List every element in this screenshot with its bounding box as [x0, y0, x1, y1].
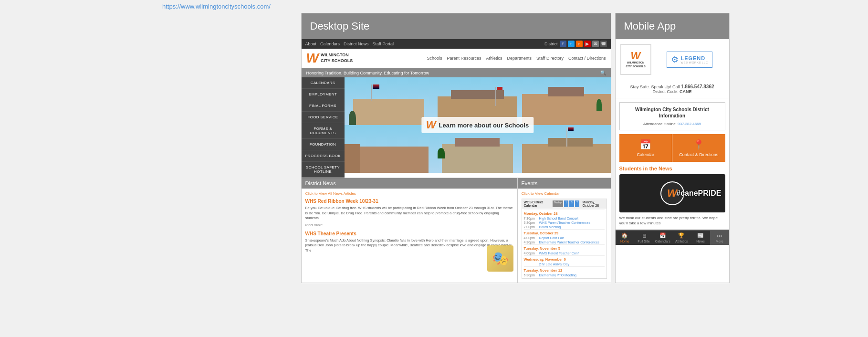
- cal-event-1: 7:30pm High School Band Concert: [524, 216, 605, 221]
- cal-agenda-view[interactable]: T: [575, 200, 580, 207]
- district-code: CANE: [680, 89, 692, 94]
- cal-event-2: 3:30pm WHS Parent/Teacher Conferences: [524, 221, 605, 225]
- cal-event-3-time: 7:00pm: [524, 225, 537, 229]
- topbar-staff-portal[interactable]: Staff Portal: [373, 42, 394, 46]
- athletics-nav-icon: 🏆: [678, 232, 685, 239]
- view-all-news-link[interactable]: Click to View All News Articles: [305, 191, 513, 196]
- news-article-1-more[interactable]: read more ...: [305, 223, 513, 227]
- calendar-button-label: Calendar: [637, 152, 654, 157]
- cal-month-view[interactable]: 1: [564, 200, 568, 207]
- site-url-link[interactable]: https://www.wilmingtoncityschools.com/: [0, 0, 868, 13]
- contact-button-icon: 📍: [693, 139, 705, 150]
- mobile-logos-row: W WILMINGTON CITY SCHOOLS ⚙ LEGEND WEB W…: [616, 39, 729, 80]
- cal-event-8-name[interactable]: Elementary PTO Meeting: [539, 274, 576, 277]
- hotline-phone[interactable]: 937.382.4669: [678, 122, 701, 126]
- topbar-right: District f t r ▶ ✉ ☎: [544, 41, 607, 47]
- mob-nav-full-site[interactable]: 🖥 Full Site: [634, 231, 653, 245]
- legend-logo: ⚙ LEGEND WEB WORKS LLC: [667, 52, 712, 68]
- desktop-topbar: About Calendars District News Staff Port…: [302, 39, 611, 49]
- sidebar-item-employment[interactable]: EMPLOYMENT: [302, 89, 345, 100]
- topbar-calendars[interactable]: Calendars: [320, 42, 340, 46]
- more-nav-label: More: [716, 240, 723, 243]
- nav-athletics[interactable]: Athletics: [486, 56, 502, 61]
- sidebar-item-foundation[interactable]: FOUNDATION: [302, 139, 345, 150]
- cal-date-wed-nov6: Wednesday, November 6: [524, 255, 605, 262]
- mob-nav-more[interactable]: ••• More: [710, 231, 729, 245]
- desktop-panel: Desktop Site About Calendars District Ne…: [301, 13, 611, 283]
- cal-week-view[interactable]: 3: [569, 200, 574, 207]
- call-phone-number[interactable]: 1.866.547.8362: [681, 84, 714, 89]
- main-nav: Schools Parent Resources Athletics Depar…: [427, 56, 606, 61]
- sidebar-item-school-safety[interactable]: SCHOOL SAFETY HOTLINE: [302, 162, 345, 178]
- mobile-bottom-nav: 🏠 Home 🖥 Full Site 📅 Calendars 🏆 Athleti…: [616, 230, 729, 245]
- calendars-nav-icon: 📅: [659, 232, 666, 239]
- topbar-district-news[interactable]: District News: [344, 42, 369, 46]
- calendar-button[interactable]: 📅 Calendar: [619, 134, 672, 162]
- logo-line1: WILMINGTON: [321, 53, 353, 58]
- calendar-title: WCS District Calendar: [524, 200, 553, 207]
- students-news-section: Students in the News W #canePRIDE We thi…: [616, 166, 729, 230]
- cal-date-tuesday-oct29: Tuesday, October 29: [524, 229, 605, 236]
- mob-nav-calendars[interactable]: 📅 Calendars: [653, 231, 672, 245]
- sidebar-item-food-service[interactable]: FOOD SERVICE: [302, 112, 345, 123]
- sidebar-item-progress-book[interactable]: PROGRESS BOOK: [302, 150, 345, 162]
- cal-event-3: 7:00pm Board Meeting: [524, 225, 605, 229]
- news-nav-icon: 📰: [697, 232, 704, 239]
- mob-nav-athletics[interactable]: 🏆 Athletics: [672, 231, 691, 245]
- nav-departments[interactable]: Departments: [507, 56, 532, 61]
- twitter-icon[interactable]: t: [568, 41, 575, 47]
- full-site-nav-label: Full Site: [638, 240, 649, 243]
- district-info-box: Wilmington City Schools District Informa…: [619, 102, 725, 130]
- email-icon[interactable]: ✉: [592, 41, 599, 47]
- cal-event-5-time: 4:30pm: [524, 241, 537, 244]
- call-text-2: District Code:: [652, 89, 678, 94]
- cal-date-display: Monday, October 28: [582, 200, 604, 207]
- canepride-hashtag: #canePRIDE: [676, 189, 721, 198]
- canepride-text: #canePRIDE: [676, 189, 721, 197]
- sidebar-item-calendars[interactable]: CALENDARS: [302, 77, 345, 89]
- cal-event-6: 4:00pm WMS Parent Teacher Conf: [524, 251, 605, 255]
- cal-event-8: 6:30pm Elementary PTO Meeting: [524, 273, 605, 277]
- search-icon[interactable]: 🔍: [600, 70, 606, 75]
- cal-event-3-name[interactable]: Board Meeting: [539, 225, 561, 229]
- rss-icon[interactable]: r: [576, 41, 583, 47]
- cal-event-7-name[interactable]: 2 hr Late Arrival Day: [539, 263, 569, 266]
- today-button[interactable]: Today: [553, 200, 563, 207]
- mob-nav-home[interactable]: 🏠 Home: [616, 231, 635, 245]
- nav-schools[interactable]: Schools: [427, 56, 442, 61]
- calendars-nav-label: Calendars: [655, 240, 670, 243]
- mobile-action-buttons: 📅 Calendar 📍 Contact & Directions: [619, 134, 725, 162]
- nav-contact[interactable]: Contact / Directions: [568, 56, 606, 61]
- news-section: District News Click to View All News Art…: [302, 178, 518, 283]
- cal-event-1-name[interactable]: High School Band Concert: [539, 217, 579, 220]
- events-section: Events Click to View Calendar WCS Distri…: [518, 178, 611, 283]
- canepride-w-letter: W: [667, 187, 677, 200]
- tagline-text: Honoring Tradition, Building Community, …: [306, 71, 429, 75]
- youtube-icon[interactable]: ▶: [584, 41, 591, 47]
- full-site-nav-icon: 🖥: [641, 233, 647, 239]
- cal-event-4: 4:00pm Report Card Fair: [524, 236, 605, 240]
- nav-staff-directory[interactable]: Staff Directory: [536, 56, 564, 61]
- news-nav-label: News: [696, 240, 705, 243]
- cal-event-6-name[interactable]: WMS Parent Teacher Conf: [539, 252, 579, 255]
- cal-event-4-name[interactable]: Report Card Fair: [539, 236, 564, 240]
- nav-parent-resources[interactable]: Parent Resources: [447, 56, 481, 61]
- cal-event-5: 4:30pm Elementary Parent Teacher Confere…: [524, 240, 605, 244]
- facebook-icon[interactable]: f: [560, 41, 566, 47]
- cal-event-8-time: 6:30pm: [524, 274, 537, 277]
- more-nav-icon: •••: [717, 233, 722, 239]
- view-calendar-link[interactable]: Click to View Calendar: [522, 191, 607, 196]
- district-label: District: [544, 42, 558, 46]
- wcs-line1: WILMINGTON: [627, 61, 644, 64]
- sidebar-item-forms-documents[interactable]: FORMS & DOCUMENTS: [302, 123, 345, 139]
- cal-event-5-name[interactable]: Elementary Parent Teacher Conferences: [539, 241, 599, 244]
- desktop-header: W WILMINGTON CITY SCHOOLS Schools Parent…: [302, 49, 611, 68]
- ds-content-area: CALENDARS EMPLOYMENT FINAL FORMS FOOD SE…: [302, 77, 611, 178]
- events-section-header: Events: [518, 178, 611, 189]
- sidebar-item-final-forms[interactable]: FINAL FORMS: [302, 100, 345, 112]
- mob-nav-news[interactable]: 📰 News: [691, 231, 710, 245]
- phone-icon[interactable]: ☎: [600, 41, 607, 47]
- cal-event-2-name[interactable]: WHS Parent/Teacher Conferences: [539, 221, 590, 224]
- topbar-about[interactable]: About: [305, 42, 317, 46]
- contact-directions-button[interactable]: 📍 Contact & Directions: [672, 134, 725, 162]
